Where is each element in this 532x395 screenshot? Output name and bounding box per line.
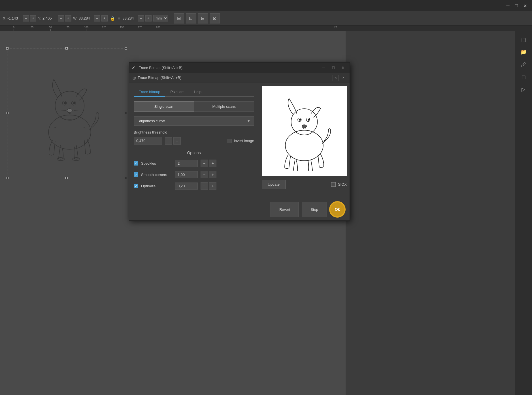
w-increment-button[interactable]: + xyxy=(101,15,108,22)
speckles-input[interactable] xyxy=(175,160,198,167)
y-decrement-button[interactable]: − xyxy=(58,15,64,22)
handle-top-center[interactable] xyxy=(65,47,68,50)
dialog-minimize-button[interactable]: ─ xyxy=(320,64,327,71)
siox-label: SIOX xyxy=(338,182,347,186)
optimize-decrement-button[interactable]: − xyxy=(201,182,208,190)
tab-pixel-art[interactable]: Pixel art xyxy=(165,87,189,97)
scan-mode-group: Single scan Multiple scans xyxy=(134,101,254,112)
optimize-checkbox[interactable] xyxy=(134,184,138,188)
dialog-close-button[interactable]: ✕ xyxy=(339,64,347,71)
ruler-mark-125: 125 xyxy=(102,26,106,31)
snap-btn-4[interactable]: ⊠ xyxy=(210,13,220,23)
dropdown-arrow-icon: ▼ xyxy=(247,119,250,123)
x-value: -1,143 xyxy=(7,16,22,20)
smooth-corners-row: Smooth corners − + xyxy=(134,171,254,178)
x-decrement-button[interactable]: − xyxy=(23,15,29,22)
threshold-increment-button[interactable]: + xyxy=(173,137,181,145)
handle-middle-right[interactable] xyxy=(125,112,127,114)
snap-btn-3[interactable]: ⊟ xyxy=(198,13,208,23)
tab-help[interactable]: Help xyxy=(189,87,207,97)
w-decrement-button[interactable]: − xyxy=(94,15,100,22)
dialog-footer: Revert Stop Ok xyxy=(129,198,350,220)
x-coord-group: X: -1,143 − + xyxy=(3,15,36,22)
speckles-stepper: − + xyxy=(201,160,216,167)
dialog-header-buttons: ◁ ✕ xyxy=(333,75,346,81)
selection-box xyxy=(7,48,126,178)
smooth-corners-increment-button[interactable]: + xyxy=(209,171,216,178)
options-title: Options xyxy=(134,151,254,155)
optimize-stepper: − + xyxy=(201,182,216,190)
close-button[interactable]: ✕ xyxy=(521,1,529,10)
tab-trace-bitmap[interactable]: Trace bitmap xyxy=(134,87,165,97)
mode-dropdown[interactable]: Brightness cutoff ▼ xyxy=(134,116,254,126)
svg-point-12 xyxy=(291,109,318,135)
lock-icon[interactable]: 🔒 xyxy=(109,15,116,22)
dialog-title-text: Trace Bitmap (Shift+Alt+B) xyxy=(139,66,318,70)
update-siox-row: Update SIOX xyxy=(262,180,347,189)
w-value: 83,284 xyxy=(79,16,93,20)
invert-checkbox[interactable] xyxy=(227,139,231,143)
smooth-corners-label: Smooth corners xyxy=(141,173,172,177)
h-coord-group: H: 83,284 − + xyxy=(118,15,152,22)
speckles-increment-button[interactable]: + xyxy=(209,160,216,167)
maximize-button[interactable]: □ xyxy=(512,1,521,10)
dialog-header-title: Trace Bitmap (Shift+Alt+B) xyxy=(138,76,181,80)
speckles-checkbox[interactable] xyxy=(134,161,138,166)
smooth-corners-checkbox[interactable] xyxy=(134,172,138,177)
sidebar-tool-5[interactable]: ▷ xyxy=(518,84,529,95)
x-label: X: xyxy=(3,16,6,20)
ruler: 0 25 50 75 100 125 150 175 200 22 xyxy=(0,25,532,31)
smooth-corners-stepper: − + xyxy=(201,171,216,178)
dialog-title-icon: 🖋 xyxy=(132,65,137,70)
snap-btn-1[interactable]: ⊞ xyxy=(174,13,184,23)
trace-bitmap-dialog: 🖋 Trace Bitmap (Shift+Alt+B) ─ □ ✕ ◎ Tra… xyxy=(129,62,350,221)
threshold-decrement-button[interactable]: − xyxy=(165,137,172,145)
handle-top-left[interactable] xyxy=(6,47,8,50)
x-increment-button[interactable]: + xyxy=(30,15,36,22)
stop-button[interactable]: Stop xyxy=(302,202,327,217)
dialog-header: ◎ Trace Bitmap (Shift+Alt+B) ◁ ✕ xyxy=(129,73,350,83)
ruler-mark-75: 75 xyxy=(67,26,69,31)
ruler-mark-0: 0 xyxy=(13,26,14,31)
siox-checkbox[interactable] xyxy=(331,182,336,187)
unit-select[interactable]: mm px cm in xyxy=(153,15,168,22)
sidebar-tool-4[interactable]: ◻ xyxy=(518,71,529,83)
handle-top-right[interactable] xyxy=(125,47,127,50)
smooth-corners-input[interactable] xyxy=(175,171,198,178)
y-increment-button[interactable]: + xyxy=(65,15,71,22)
preview-box xyxy=(262,86,347,176)
invert-row: Invert image xyxy=(227,139,254,143)
snap-btn-2[interactable]: ⊡ xyxy=(186,13,196,23)
speckles-decrement-button[interactable]: − xyxy=(201,160,208,167)
ok-button[interactable]: Ok xyxy=(330,202,345,217)
dialog-maximize-button[interactable]: □ xyxy=(330,64,337,71)
dialog-titlebar: 🖋 Trace Bitmap (Shift+Alt+B) ─ □ ✕ xyxy=(129,63,350,73)
svg-point-6 xyxy=(67,109,73,112)
optimize-input[interactable] xyxy=(175,183,198,190)
h-increment-button[interactable]: + xyxy=(145,15,152,22)
mode-dropdown-row: Brightness cutoff ▼ xyxy=(134,116,254,126)
optimize-increment-button[interactable]: + xyxy=(209,182,216,190)
right-sidebar: ⬚ 📁 🖊 ◻ ▷ xyxy=(515,31,532,395)
dialog-header-btn-2[interactable]: ✕ xyxy=(340,75,346,81)
sidebar-tool-2[interactable]: 📁 xyxy=(518,46,529,58)
single-scan-button[interactable]: Single scan xyxy=(134,101,194,112)
update-button[interactable]: Update xyxy=(262,180,286,189)
revert-button[interactable]: Revert xyxy=(271,202,299,217)
h-decrement-button[interactable]: − xyxy=(138,15,144,22)
handle-middle-left[interactable] xyxy=(6,112,8,114)
minimize-button[interactable]: ─ xyxy=(504,1,512,10)
sidebar-tool-3[interactable]: 🖊 xyxy=(518,59,529,70)
handle-bottom-left[interactable] xyxy=(6,177,8,179)
siox-row: SIOX xyxy=(331,182,347,187)
smooth-corners-decrement-button[interactable]: − xyxy=(201,171,208,178)
dialog-header-icon: ◎ xyxy=(133,76,136,80)
handle-bottom-center[interactable] xyxy=(65,177,68,179)
multiple-scans-button[interactable]: Multiple scans xyxy=(194,101,254,112)
sidebar-tool-1[interactable]: ⬚ xyxy=(518,34,529,45)
dog-canvas-image xyxy=(16,57,124,176)
handle-bottom-right[interactable] xyxy=(125,177,127,179)
ruler-mark-end: 22 xyxy=(334,26,337,31)
dialog-header-btn-1[interactable]: ◁ xyxy=(333,75,339,81)
threshold-input[interactable] xyxy=(134,137,162,145)
